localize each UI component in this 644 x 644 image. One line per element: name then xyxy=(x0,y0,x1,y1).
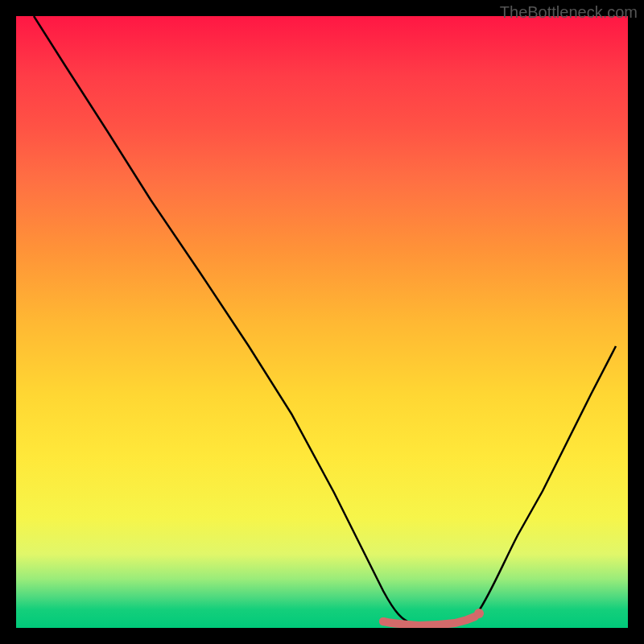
optimal-zone-markers xyxy=(16,16,628,628)
marker-dot xyxy=(474,609,484,618)
chart-plot-area xyxy=(16,16,628,628)
chart-container: TheBottleneck.com xyxy=(0,0,644,644)
segment-start-cap xyxy=(379,617,387,625)
optimal-segment xyxy=(383,617,475,625)
watermark-text: TheBottleneck.com xyxy=(500,3,638,22)
